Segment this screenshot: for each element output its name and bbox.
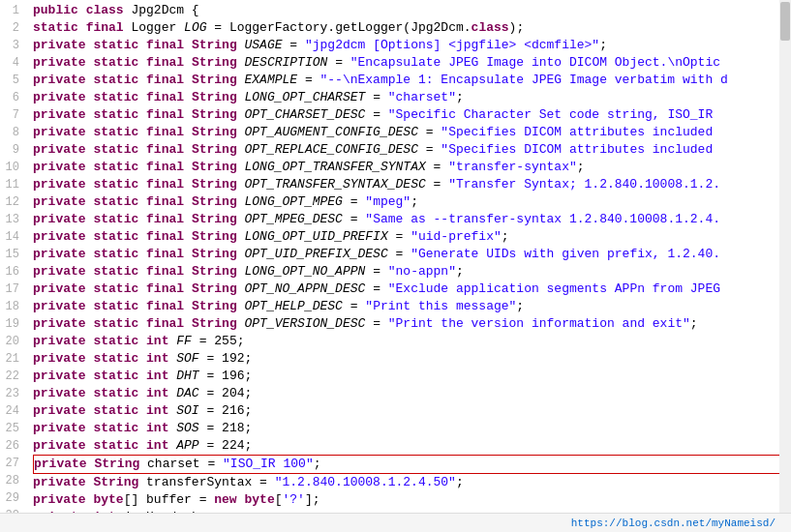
- code-area: 1234567891011121314151617181920212223242…: [0, 0, 791, 513]
- code-line: private static final String USAGE = "jpg…: [33, 37, 791, 54]
- status-bar: https://blog.csdn.net/myNameisd/: [0, 513, 791, 532]
- line-number: 17: [4, 281, 19, 298]
- line-number: 3: [4, 37, 19, 54]
- code-line: public class Jpg2Dcm {: [33, 2, 791, 19]
- line-number: 8: [4, 124, 19, 141]
- line-number: 2: [4, 19, 19, 37]
- line-number: 25: [4, 420, 19, 437]
- code-line: private static final String LONG_OPT_TRA…: [33, 159, 791, 176]
- code-line: private static final String OPT_HELP_DES…: [33, 298, 791, 315]
- editor-container: 1234567891011121314151617181920212223242…: [0, 0, 791, 532]
- line-number: 7: [4, 106, 19, 124]
- line-number: 15: [4, 246, 19, 263]
- line-numbers: 1234567891011121314151617181920212223242…: [0, 0, 27, 513]
- scrollbar-thumb[interactable]: [780, 2, 790, 41]
- code-line: private static int DAC = 204;: [33, 385, 791, 402]
- line-number: 13: [4, 211, 19, 228]
- line-number: 4: [4, 54, 19, 72]
- code-line: private static final String OPT_CHARSET_…: [33, 106, 791, 124]
- code-line: private static int SOI = 216;: [33, 402, 791, 420]
- code-line: private static int APP = 224;: [33, 437, 791, 455]
- code-line: private static int DHT = 196;: [33, 368, 791, 385]
- line-number: 26: [4, 437, 19, 455]
- code-line: private static final String OPT_AUGMENT_…: [33, 124, 791, 141]
- code-line: private static final String EXAMPLE = "-…: [33, 72, 791, 89]
- code-line: private static final String OPT_MPEG_DES…: [33, 211, 791, 228]
- code-line: private static final String LONG_OPT_CHA…: [33, 89, 791, 106]
- line-number: 16: [4, 263, 19, 281]
- line-number: 27: [4, 455, 19, 472]
- line-number: 12: [4, 193, 19, 211]
- code-line: private byte[] buffer = new byte['?'];: [33, 491, 791, 509]
- line-number: 21: [4, 350, 19, 368]
- line-number: 20: [4, 333, 19, 350]
- code-line: private static final String OPT_VERSION_…: [33, 315, 791, 333]
- line-number: 29: [4, 489, 19, 507]
- line-number: 11: [4, 176, 19, 193]
- line-number: 22: [4, 368, 19, 385]
- line-number: 1: [4, 2, 19, 19]
- code-line: private static final String OPT_NO_APPN_…: [33, 281, 791, 298]
- line-number: 24: [4, 402, 19, 420]
- line-number: 30: [4, 507, 19, 513]
- status-url: https://blog.csdn.net/myNameisd/: [571, 517, 776, 529]
- line-number: 6: [4, 89, 19, 106]
- code-line: private static final String LONG_OPT_UID…: [33, 228, 791, 246]
- line-number: 19: [4, 315, 19, 333]
- code-content[interactable]: public class Jpg2Dcm { static final Logg…: [27, 0, 791, 513]
- line-number: 10: [4, 159, 19, 176]
- code-line: private String charset = "ISO_IR 100";: [33, 455, 791, 474]
- line-number: 9: [4, 141, 19, 159]
- line-number: 23: [4, 385, 19, 402]
- code-line: private int jpgHeaderLen;: [33, 509, 791, 513]
- line-number: 14: [4, 228, 19, 246]
- code-line: private static int FF = 255;: [33, 333, 791, 350]
- code-line: private static final String OPT_TRANSFER…: [33, 176, 791, 193]
- code-line: private static final String LONG_OPT_MPE…: [33, 193, 791, 211]
- code-line: private static int SOF = 192;: [33, 350, 791, 368]
- vertical-scrollbar[interactable]: [779, 0, 791, 513]
- code-line: private static final String OPT_REPLACE_…: [33, 141, 791, 159]
- code-line: private static final String DESCRIPTION …: [33, 54, 791, 72]
- code-line: private String transferSyntax = "1.2.840…: [33, 474, 791, 491]
- code-line: static final Logger LOG = LoggerFactory.…: [33, 19, 791, 37]
- code-line: private static final String OPT_UID_PREF…: [33, 246, 791, 263]
- code-line: private static int SOS = 218;: [33, 420, 791, 437]
- code-line: private static final String LONG_OPT_NO_…: [33, 263, 791, 281]
- line-number: 28: [4, 472, 19, 489]
- line-number: 5: [4, 72, 19, 89]
- line-number: 18: [4, 298, 19, 315]
